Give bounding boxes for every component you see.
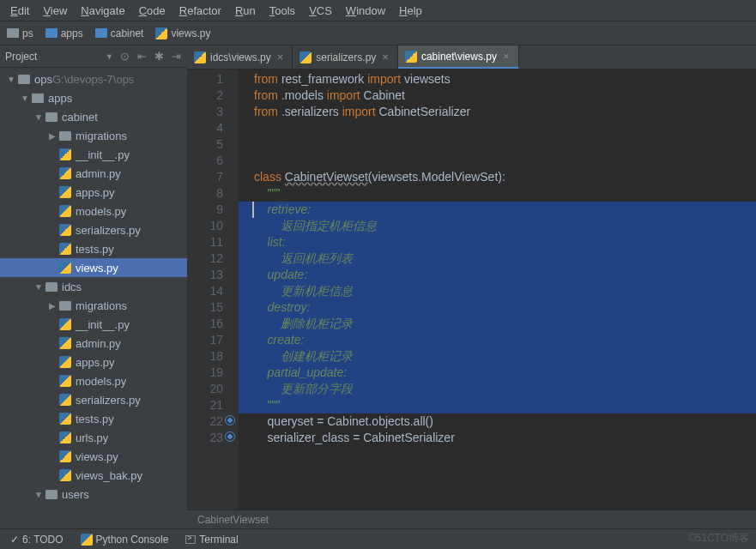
tree-node[interactable]: __init__.py <box>0 145 187 164</box>
line-number: 14 <box>187 283 223 299</box>
code-line[interactable]: serializer_class = CabinetSerializer <box>254 430 756 446</box>
override-icon[interactable] <box>225 415 235 425</box>
breadcrumb-item[interactable]: ps <box>3 27 37 39</box>
menu-help[interactable]: Help <box>392 2 429 20</box>
close-icon[interactable]: × <box>380 51 390 63</box>
code-line[interactable]: 返回指定机柜信息 <box>239 218 756 234</box>
code-content[interactable]: from rest_framework import viewsetsfrom … <box>239 69 756 510</box>
code-line[interactable]: 更新机柜信息 <box>239 283 756 299</box>
code-line[interactable]: partial_update: <box>239 365 756 381</box>
code-line[interactable]: create: <box>239 332 756 348</box>
tree-node[interactable]: serializers.py <box>0 220 187 239</box>
code-line[interactable]: list: <box>239 234 756 250</box>
tree-node[interactable]: urls.py <box>0 428 187 447</box>
expand-arrow[interactable]: ▼ <box>5 75 17 84</box>
tree-label: apps.py <box>76 356 115 369</box>
menu-refactor[interactable]: Refactor <box>172 2 228 20</box>
text-caret <box>252 202 254 218</box>
python-file-icon <box>59 375 71 387</box>
tree-node[interactable]: views.py <box>0 258 187 277</box>
code-line[interactable]: destroy: <box>239 299 756 316</box>
code-line[interactable]: """ <box>254 185 756 202</box>
status--todo[interactable]: ✓6: TODO <box>3 534 70 546</box>
tree-node[interactable]: ▶migrations <box>0 126 187 145</box>
tree-node[interactable]: apps.py <box>0 183 187 202</box>
tree-label: tests.py <box>76 243 114 256</box>
expand-arrow[interactable]: ▼ <box>19 94 31 103</box>
settings-icon[interactable]: ✱ <box>153 51 165 63</box>
tree-node[interactable]: ▼ops G:\devops-7\ops <box>0 69 187 88</box>
code-line[interactable]: 删除机柜记录 <box>239 316 756 332</box>
code-line[interactable] <box>254 136 756 153</box>
code-line[interactable]: from .models import Cabinet <box>254 87 756 104</box>
status-python-console[interactable]: Python Console <box>74 534 176 546</box>
tree-node[interactable]: admin.py <box>0 164 187 183</box>
tab-label: cabinet\views.py <box>421 51 497 63</box>
tree-node[interactable]: tests.py <box>0 409 187 428</box>
breadcrumb-item[interactable]: views.py <box>152 27 214 39</box>
close-icon[interactable]: × <box>501 50 511 63</box>
expand-arrow[interactable]: ▼ <box>33 112 45 122</box>
code-line[interactable] <box>254 153 756 169</box>
code-line[interactable]: 创建机柜记录 <box>239 348 756 365</box>
tree-label: serializers.py <box>76 224 141 237</box>
editor-breadcrumb[interactable]: CabinetViewset <box>187 510 756 528</box>
menu-view[interactable]: View <box>36 2 74 20</box>
tree-node[interactable]: models.py <box>0 202 187 220</box>
tree-node[interactable]: admin.py <box>0 334 187 353</box>
code-line[interactable]: retrieve: <box>239 202 756 218</box>
editor-tabs: idcs\views.py×serializers.py×cabinet\vie… <box>187 45 756 69</box>
line-number: 12 <box>187 250 223 267</box>
code-line[interactable]: update: <box>239 267 756 283</box>
code-line[interactable]: 返回机柜列表 <box>239 250 756 267</box>
tree-node[interactable]: ▼idcs <box>0 277 187 296</box>
code-editor[interactable]: 1234567891011121314151617181920212223 fr… <box>187 69 756 510</box>
tree-node[interactable]: models.py <box>0 371 187 390</box>
editor-tab[interactable]: serializers.py× <box>293 45 398 69</box>
tree-node[interactable]: views_bak.py <box>0 466 187 485</box>
menu-edit[interactable]: Edit <box>3 2 36 20</box>
tree-node[interactable]: ▼apps <box>0 88 187 107</box>
folder-icon <box>59 131 71 141</box>
locate-icon[interactable]: ⊙ <box>118 51 130 63</box>
code-line[interactable]: queryset = Cabinet.objects.all() <box>254 413 756 430</box>
tree-node[interactable]: __init__.py <box>0 315 187 334</box>
expand-arrow[interactable]: ▶ <box>46 131 58 141</box>
tree-node[interactable]: ▶migrations <box>0 296 187 315</box>
status-terminal[interactable]: Terminal <box>178 534 245 546</box>
menu-vcs[interactable]: VCS <box>302 2 339 20</box>
tree-node[interactable]: ▼cabinet <box>0 107 187 126</box>
project-tree[interactable]: ▼ops G:\devops-7\ops▼apps▼cabinet▶migrat… <box>0 68 187 528</box>
python-file-icon <box>59 148 71 160</box>
tree-node[interactable]: views.py <box>0 447 187 466</box>
menu-tools[interactable]: Tools <box>263 2 302 20</box>
menu-run[interactable]: Run <box>228 2 263 20</box>
expand-arrow[interactable]: ▼ <box>33 282 45 292</box>
breadcrumb-item[interactable]: apps <box>42 27 87 39</box>
collapse-icon[interactable]: ⇤ <box>136 51 148 63</box>
tree-node[interactable]: ▼users <box>0 485 187 504</box>
code-line[interactable]: class CabinetViewset(viewsets.ModelViewS… <box>254 169 756 185</box>
folder-icon <box>95 28 107 38</box>
tree-node[interactable]: serializers.py <box>0 390 187 409</box>
menu-window[interactable]: Window <box>339 2 392 20</box>
code-line[interactable]: """ <box>239 397 756 413</box>
code-line[interactable] <box>254 120 756 136</box>
code-line[interactable]: from rest_framework import viewsets <box>254 71 756 87</box>
expand-arrow[interactable]: ▼ <box>33 490 45 499</box>
code-line[interactable]: 更新部分字段 <box>239 381 756 397</box>
close-icon[interactable]: × <box>275 51 286 63</box>
editor-tab[interactable]: idcs\views.py× <box>187 45 293 69</box>
project-view-dropdown[interactable]: ▼ <box>100 52 118 61</box>
tree-node[interactable]: tests.py <box>0 239 187 258</box>
code-line[interactable]: from .serializers import CabinetSerializ… <box>254 104 756 120</box>
expand-arrow[interactable]: ▶ <box>46 301 58 311</box>
breadcrumb-item[interactable]: cabinet <box>92 27 148 39</box>
override-icon[interactable] <box>225 431 235 442</box>
menu-code[interactable]: Code <box>132 2 172 20</box>
menu-navigate[interactable]: Navigate <box>74 2 131 20</box>
line-number: 22 <box>187 413 223 430</box>
tree-node[interactable]: apps.py <box>0 353 187 371</box>
hide-icon[interactable]: ⇥ <box>170 51 182 63</box>
editor-tab[interactable]: cabinet\views.py× <box>398 45 519 69</box>
